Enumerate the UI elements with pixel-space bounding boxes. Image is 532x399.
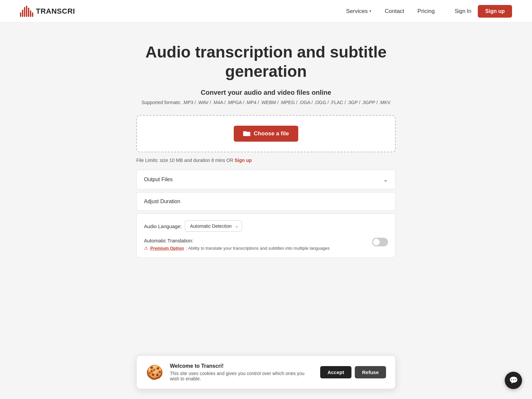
logo-bar-4 bbox=[26, 6, 27, 17]
audio-language-row: Audio Language: Automatic Detection Engl… bbox=[144, 220, 388, 232]
premium-desc: : Ability to translate your transcriptio… bbox=[186, 246, 330, 251]
folder-icon bbox=[243, 131, 250, 137]
nav-contact[interactable]: Contact bbox=[385, 8, 404, 15]
translation-toggle[interactable] bbox=[372, 238, 388, 246]
output-files-label: Output Files bbox=[144, 177, 173, 183]
output-files-header[interactable]: Output Files ⌄ bbox=[137, 170, 395, 189]
premium-row: ⚠ Premium Option : Ability to translate … bbox=[144, 245, 372, 251]
signin-link[interactable]: Sign In bbox=[455, 8, 471, 14]
accept-button[interactable]: Accept bbox=[320, 366, 351, 378]
toggle-slider bbox=[372, 238, 388, 246]
logo-bar-2 bbox=[22, 10, 23, 17]
audio-language-label: Audio Language: bbox=[144, 223, 182, 229]
upload-area[interactable]: Choose a file bbox=[136, 115, 396, 152]
adjust-duration-label: Adjust Duration bbox=[144, 199, 180, 204]
adjust-duration-accordion: Adjust Duration bbox=[136, 192, 396, 211]
translation-row: Automatic Translation: ⚠ Premium Option … bbox=[144, 238, 388, 251]
main-content: Audio transcription and subtitle generat… bbox=[130, 23, 402, 274]
file-limits-signup-link[interactable]: Sign up bbox=[235, 158, 252, 163]
output-files-chevron-icon: ⌄ bbox=[383, 176, 388, 183]
cookie-title: Welcome to Transcri! bbox=[170, 363, 314, 369]
refuse-button[interactable]: Refuse bbox=[355, 366, 386, 378]
navbar-actions: Sign In Sign up bbox=[455, 5, 512, 18]
options-section: Audio Language: Automatic Detection Engl… bbox=[136, 213, 396, 258]
language-select-wrapper: Automatic Detection English French Spani… bbox=[185, 220, 242, 232]
choose-file-button[interactable]: Choose a file bbox=[234, 126, 298, 142]
chat-button[interactable]: 💬 bbox=[505, 372, 522, 389]
cookie-text: Welcome to Transcri! This site uses cook… bbox=[170, 363, 314, 381]
navbar: TRANSCRI Services ▾ Contact Pricing Sign… bbox=[0, 0, 532, 23]
logo-bar-5 bbox=[28, 8, 29, 17]
adjust-duration-header[interactable]: Adjust Duration bbox=[137, 193, 395, 210]
main-nav: Services ▾ Contact Pricing bbox=[346, 8, 435, 15]
logo-bar-6 bbox=[30, 10, 31, 17]
nav-pricing[interactable]: Pricing bbox=[418, 8, 435, 15]
warning-icon: ⚠ bbox=[144, 245, 148, 251]
premium-option-link[interactable]: Premium Option bbox=[150, 246, 184, 251]
brand-name: TRANSCRI bbox=[36, 7, 75, 16]
cookie-actions: Accept Refuse bbox=[320, 366, 386, 378]
translation-toggle-wrapper bbox=[372, 238, 388, 246]
translation-left: Automatic Translation: ⚠ Premium Option … bbox=[144, 238, 372, 251]
signup-button[interactable]: Sign up bbox=[478, 5, 512, 18]
cookie-banner: 🍪 Welcome to Transcri! This site uses co… bbox=[136, 355, 396, 389]
logo-bar-7 bbox=[32, 12, 33, 17]
chevron-down-icon: ▾ bbox=[369, 9, 371, 13]
logo-link[interactable]: TRANSCRI bbox=[20, 6, 75, 17]
hero-title: Audio transcription and subtitle generat… bbox=[136, 43, 396, 81]
language-select[interactable]: Automatic Detection English French Spani… bbox=[185, 220, 242, 232]
logo-bar-1 bbox=[20, 12, 21, 17]
output-files-accordion: Output Files ⌄ bbox=[136, 170, 396, 190]
cookie-desc: This site uses cookies and gives you con… bbox=[170, 371, 314, 381]
nav-services[interactable]: Services ▾ bbox=[346, 8, 371, 15]
chat-icon: 💬 bbox=[509, 376, 518, 385]
hero-subtitle: Convert your audio and video files onlin… bbox=[136, 89, 396, 96]
auto-translation-title: Automatic Translation: bbox=[144, 238, 372, 243]
logo-icon bbox=[20, 6, 33, 17]
file-limits-text: File Limits: size 10 MB and duration 8 m… bbox=[136, 158, 396, 163]
cookie-icon: 🍪 bbox=[146, 364, 163, 380]
supported-formats: Supported formats: .MP3 / .WAV / .M4A / … bbox=[136, 100, 396, 105]
logo-bar-3 bbox=[24, 7, 25, 17]
